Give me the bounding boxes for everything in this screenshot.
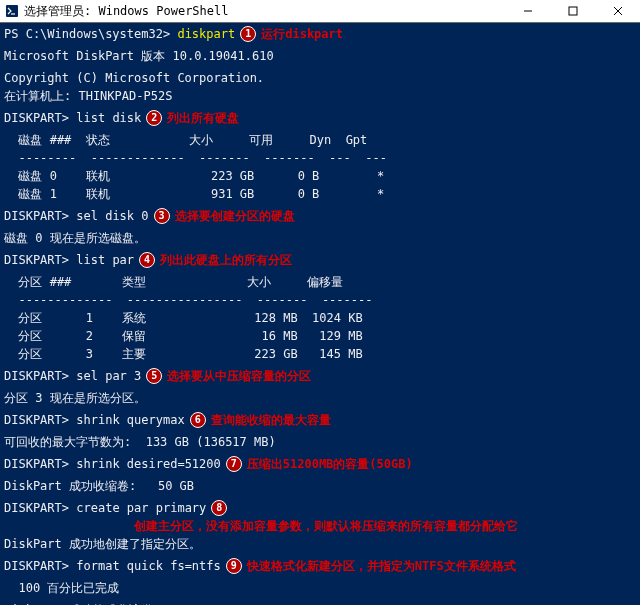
step-badge-1: 1 <box>240 26 256 42</box>
annotation: 创建主分区，没有添加容量参数，则默认将压缩来的所有容量都分配给它 <box>134 519 518 533</box>
output: 磁盘 0 现在是所选磁盘。 <box>4 229 636 247</box>
annotation: 压缩出51200MB的容量(50GB) <box>247 457 413 471</box>
maximize-button[interactable] <box>550 0 595 22</box>
par-header: 分区 ### 类型 大小 偏移量 <box>4 273 636 291</box>
output: 在计算机上: THINKPAD-P52S <box>4 87 636 105</box>
par-row: 分区 3 主要 223 GB 145 MB <box>4 345 636 363</box>
window-controls <box>505 0 640 22</box>
step-badge-2: 2 <box>146 110 162 126</box>
annotation: 列出此硬盘上的所有分区 <box>160 253 292 267</box>
annotation: 查询能收缩的最大容量 <box>211 413 331 427</box>
output: Copyright (C) Microsoft Corporation. <box>4 69 636 87</box>
step-badge-8: 8 <box>211 500 227 516</box>
output: 可回收的最大字节数为: 133 GB (136517 MB) <box>4 433 636 451</box>
annotation: 选择要从中压缩容量的分区 <box>167 369 311 383</box>
disk-header: 磁盘 ### 状态 大小 可用 Dyn Gpt <box>4 131 636 149</box>
disk-row: 磁盘 0 联机 223 GB 0 B * <box>4 167 636 185</box>
svg-rect-3 <box>569 7 577 15</box>
minimize-button[interactable] <box>505 0 550 22</box>
output: DiskPart 成功地创建了指定分区。 <box>4 535 636 553</box>
par-row: 分区 2 保留 16 MB 129 MB <box>4 327 636 345</box>
par-row: 分区 1 系统 128 MB 1024 KB <box>4 309 636 327</box>
output: 100 百分比已完成 <box>4 579 636 597</box>
output: DiskPart 成功收缩卷: 50 GB <box>4 477 636 495</box>
cmd-line: PS C:\Windows\system32> diskpart1运行diskp… <box>4 25 636 43</box>
cmd-line: DISKPART> shrink desired=512007压缩出51200M… <box>4 455 636 473</box>
step-badge-7: 7 <box>226 456 242 472</box>
step-badge-4: 4 <box>139 252 155 268</box>
annotation-line: DISKPART> create p创建主分区，没有添加容量参数，则默认将压缩来… <box>4 517 636 535</box>
titlebar: 选择管理员: Windows PowerShell <box>0 0 640 23</box>
cmd-line: DISKPART> format quick fs=ntfs9快速格式化新建分区… <box>4 557 636 575</box>
cmd-line: DISKPART> create par primary8 <box>4 499 636 517</box>
cmd-line: DISKPART> shrink querymax6查询能收缩的最大容量 <box>4 411 636 429</box>
disk-divider: -------- ------------- ------- ------- -… <box>4 149 636 167</box>
terminal-body[interactable]: PS C:\Windows\system32> diskpart1运行diskp… <box>0 23 640 605</box>
step-badge-9: 9 <box>226 558 242 574</box>
output: Microsoft DiskPart 版本 10.0.19041.610 <box>4 47 636 65</box>
annotation: 选择要创建分区的硬盘 <box>175 209 295 223</box>
svg-rect-0 <box>6 5 18 17</box>
output: 分区 3 现在是所选分区。 <box>4 389 636 407</box>
output: DiskPart 成功格式化该卷。 <box>4 601 636 605</box>
step-badge-6: 6 <box>190 412 206 428</box>
cmd-line: DISKPART> list par4列出此硬盘上的所有分区 <box>4 251 636 269</box>
cmd-line: DISKPART> sel par 35选择要从中压缩容量的分区 <box>4 367 636 385</box>
cmd-diskpart: diskpart <box>177 27 235 41</box>
annotation: 列出所有硬盘 <box>167 111 239 125</box>
cmd-line: DISKPART> sel disk 03选择要创建分区的硬盘 <box>4 207 636 225</box>
powershell-window: 选择管理员: Windows PowerShell PS C:\Windows\… <box>0 0 640 605</box>
disk-row: 磁盘 1 联机 931 GB 0 B * <box>4 185 636 203</box>
cmd-line: DISKPART> list disk2列出所有硬盘 <box>4 109 636 127</box>
annotation: 快速格式化新建分区，并指定为NTFS文件系统格式 <box>247 559 516 573</box>
step-badge-3: 3 <box>154 208 170 224</box>
par-divider: ------------- ---------------- ------- -… <box>4 291 636 309</box>
close-button[interactable] <box>595 0 640 22</box>
step-badge-5: 5 <box>146 368 162 384</box>
powershell-icon <box>4 3 20 19</box>
window-title: 选择管理员: Windows PowerShell <box>24 3 505 20</box>
annotation: 运行diskpart <box>261 27 343 41</box>
